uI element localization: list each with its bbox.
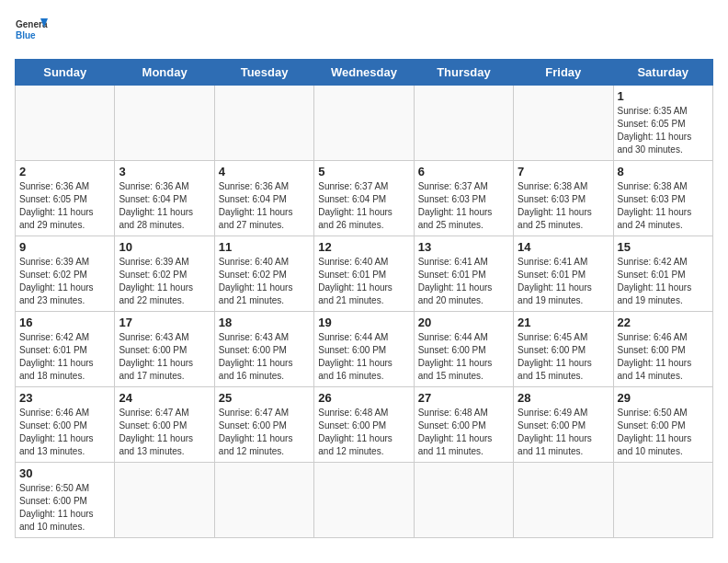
day-cell: 18Sunrise: 6:43 AM Sunset: 6:00 PM Dayli…: [214, 312, 313, 387]
day-info: Sunrise: 6:47 AM Sunset: 6:00 PM Dayligh…: [119, 407, 210, 458]
day-number: 3: [119, 165, 210, 178]
day-cell: 3Sunrise: 6:36 AM Sunset: 6:04 PM Daylig…: [115, 161, 214, 236]
day-number: 17: [119, 316, 210, 329]
day-cell: 10Sunrise: 6:39 AM Sunset: 6:02 PM Dayli…: [115, 236, 214, 312]
day-number: 27: [418, 391, 509, 405]
day-number: 19: [318, 316, 409, 329]
day-cell: 17Sunrise: 6:43 AM Sunset: 6:00 PM Dayli…: [115, 312, 214, 387]
day-cell: 25Sunrise: 6:47 AM Sunset: 6:00 PM Dayli…: [214, 387, 313, 463]
day-info: Sunrise: 6:46 AM Sunset: 6:00 PM Dayligh…: [19, 407, 110, 458]
day-cell: 20Sunrise: 6:44 AM Sunset: 6:00 PM Dayli…: [414, 312, 513, 387]
day-cell: 15Sunrise: 6:42 AM Sunset: 6:01 PM Dayli…: [613, 236, 712, 312]
day-cell: 21Sunrise: 6:45 AM Sunset: 6:00 PM Dayli…: [514, 312, 613, 387]
day-cell: [314, 463, 414, 538]
day-number: 10: [119, 240, 210, 254]
day-number: 28: [518, 391, 609, 405]
calendar-table: SundayMondayTuesdayWednesdayThursdayFrid…: [15, 59, 713, 538]
day-cell: 28Sunrise: 6:49 AM Sunset: 6:00 PM Dayli…: [514, 387, 613, 463]
day-info: Sunrise: 6:41 AM Sunset: 6:01 PM Dayligh…: [418, 256, 509, 307]
weekday-header-monday: Monday: [115, 60, 214, 86]
day-info: Sunrise: 6:38 AM Sunset: 6:03 PM Dayligh…: [618, 180, 709, 232]
day-number: 21: [518, 316, 609, 329]
day-cell: 2Sunrise: 6:36 AM Sunset: 6:05 PM Daylig…: [16, 161, 115, 236]
day-cell: [115, 86, 214, 161]
day-cell: 4Sunrise: 6:36 AM Sunset: 6:04 PM Daylig…: [214, 161, 313, 236]
svg-text:Blue: Blue: [16, 30, 36, 40]
day-info: Sunrise: 6:42 AM Sunset: 6:01 PM Dayligh…: [19, 331, 110, 383]
day-info: Sunrise: 6:40 AM Sunset: 6:01 PM Dayligh…: [318, 256, 409, 307]
day-number: 23: [19, 391, 110, 405]
day-info: Sunrise: 6:44 AM Sunset: 6:00 PM Dayligh…: [418, 331, 509, 383]
day-cell: 1Sunrise: 6:35 AM Sunset: 6:05 PM Daylig…: [613, 86, 712, 161]
week-row-5: 30Sunrise: 6:50 AM Sunset: 6:00 PM Dayli…: [16, 463, 713, 538]
day-info: Sunrise: 6:36 AM Sunset: 6:04 PM Dayligh…: [119, 180, 210, 232]
day-info: Sunrise: 6:43 AM Sunset: 6:00 PM Dayligh…: [219, 331, 310, 383]
day-info: Sunrise: 6:45 AM Sunset: 6:00 PM Dayligh…: [518, 331, 609, 383]
day-cell: [514, 86, 613, 161]
week-row-4: 23Sunrise: 6:46 AM Sunset: 6:00 PM Dayli…: [16, 387, 713, 463]
day-number: 29: [618, 391, 709, 405]
weekday-header-saturday: Saturday: [613, 60, 712, 86]
day-number: 13: [418, 240, 509, 254]
day-info: Sunrise: 6:49 AM Sunset: 6:00 PM Dayligh…: [518, 407, 609, 458]
day-info: Sunrise: 6:48 AM Sunset: 6:00 PM Dayligh…: [418, 407, 509, 458]
day-cell: [314, 86, 414, 161]
day-info: Sunrise: 6:35 AM Sunset: 6:05 PM Dayligh…: [618, 105, 709, 156]
weekday-header-friday: Friday: [514, 60, 613, 86]
day-info: Sunrise: 6:40 AM Sunset: 6:02 PM Dayligh…: [219, 256, 310, 307]
day-cell: 12Sunrise: 6:40 AM Sunset: 6:01 PM Dayli…: [314, 236, 414, 312]
day-cell: 11Sunrise: 6:40 AM Sunset: 6:02 PM Dayli…: [214, 236, 313, 312]
day-number: 16: [19, 316, 110, 329]
day-number: 1: [618, 89, 709, 103]
day-cell: [613, 463, 712, 538]
day-info: Sunrise: 6:46 AM Sunset: 6:00 PM Dayligh…: [618, 331, 709, 383]
day-info: Sunrise: 6:38 AM Sunset: 6:03 PM Dayligh…: [518, 180, 609, 232]
day-info: Sunrise: 6:47 AM Sunset: 6:00 PM Dayligh…: [219, 407, 310, 458]
day-number: 20: [418, 316, 509, 329]
day-cell: [514, 463, 613, 538]
day-cell: 6Sunrise: 6:37 AM Sunset: 6:03 PM Daylig…: [414, 161, 513, 236]
day-number: 22: [618, 316, 709, 329]
day-cell: 14Sunrise: 6:41 AM Sunset: 6:01 PM Dayli…: [514, 236, 613, 312]
day-info: Sunrise: 6:39 AM Sunset: 6:02 PM Dayligh…: [19, 256, 110, 307]
week-row-3: 16Sunrise: 6:42 AM Sunset: 6:01 PM Dayli…: [16, 312, 713, 387]
day-number: 24: [119, 391, 210, 405]
week-row-2: 9Sunrise: 6:39 AM Sunset: 6:02 PM Daylig…: [16, 236, 713, 312]
day-info: Sunrise: 6:41 AM Sunset: 6:01 PM Dayligh…: [518, 256, 609, 307]
day-number: 4: [219, 165, 310, 178]
day-cell: 23Sunrise: 6:46 AM Sunset: 6:00 PM Dayli…: [16, 387, 115, 463]
weekday-header-wednesday: Wednesday: [314, 60, 414, 86]
day-info: Sunrise: 6:37 AM Sunset: 6:04 PM Dayligh…: [318, 180, 409, 232]
day-cell: [214, 86, 313, 161]
week-row-0: 1Sunrise: 6:35 AM Sunset: 6:05 PM Daylig…: [16, 86, 713, 161]
day-number: 25: [219, 391, 310, 405]
day-cell: 24Sunrise: 6:47 AM Sunset: 6:00 PM Dayli…: [115, 387, 214, 463]
weekday-header-sunday: Sunday: [16, 60, 115, 86]
day-info: Sunrise: 6:50 AM Sunset: 6:00 PM Dayligh…: [618, 407, 709, 458]
day-cell: 30Sunrise: 6:50 AM Sunset: 6:00 PM Dayli…: [16, 463, 115, 538]
day-cell: 16Sunrise: 6:42 AM Sunset: 6:01 PM Dayli…: [16, 312, 115, 387]
day-number: 7: [518, 165, 609, 178]
weekday-header-tuesday: Tuesday: [214, 60, 313, 86]
day-cell: 22Sunrise: 6:46 AM Sunset: 6:00 PM Dayli…: [613, 312, 712, 387]
day-number: 15: [618, 240, 709, 254]
day-number: 18: [219, 316, 310, 329]
day-cell: 29Sunrise: 6:50 AM Sunset: 6:00 PM Dayli…: [613, 387, 712, 463]
day-info: Sunrise: 6:37 AM Sunset: 6:03 PM Dayligh…: [418, 180, 509, 232]
day-number: 26: [318, 391, 409, 405]
logo-svg: General Blue: [15, 15, 48, 48]
day-info: Sunrise: 6:36 AM Sunset: 6:05 PM Dayligh…: [19, 180, 110, 232]
day-info: Sunrise: 6:43 AM Sunset: 6:00 PM Dayligh…: [119, 331, 210, 383]
day-number: 14: [518, 240, 609, 254]
day-number: 2: [19, 165, 110, 178]
day-cell: [115, 463, 214, 538]
page-header: General Blue: [15, 15, 713, 48]
day-number: 12: [318, 240, 409, 254]
day-cell: 8Sunrise: 6:38 AM Sunset: 6:03 PM Daylig…: [613, 161, 712, 236]
day-number: 5: [318, 165, 409, 178]
day-number: 8: [618, 165, 709, 178]
day-number: 9: [19, 240, 110, 254]
day-cell: 7Sunrise: 6:38 AM Sunset: 6:03 PM Daylig…: [514, 161, 613, 236]
day-cell: [16, 86, 115, 161]
day-info: Sunrise: 6:42 AM Sunset: 6:01 PM Dayligh…: [618, 256, 709, 307]
